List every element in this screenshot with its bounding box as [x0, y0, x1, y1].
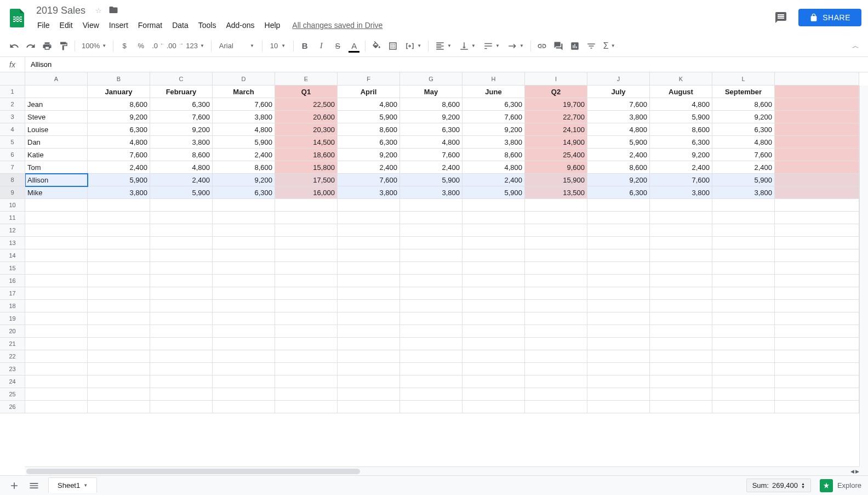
row-header[interactable]: 4: [0, 123, 25, 136]
number-format-select[interactable]: 123▼: [182, 42, 208, 50]
cell[interactable]: Allison: [25, 174, 88, 186]
cell[interactable]: [525, 262, 587, 275]
cell[interactable]: [400, 312, 462, 325]
row-header[interactable]: 24: [0, 375, 25, 388]
cell[interactable]: [400, 350, 462, 363]
cell[interactable]: [25, 375, 88, 388]
cell[interactable]: [462, 401, 525, 413]
cell[interactable]: May: [400, 86, 462, 98]
cell[interactable]: [88, 275, 150, 287]
cell[interactable]: [25, 388, 88, 401]
insert-comment-button[interactable]: [551, 38, 566, 54]
cell[interactable]: 6,300: [712, 123, 775, 136]
cell[interactable]: 9,200: [587, 174, 650, 186]
cell[interactable]: [712, 401, 775, 413]
cell[interactable]: [587, 338, 650, 350]
cell[interactable]: 9,200: [338, 149, 400, 161]
cell[interactable]: 2,400: [462, 174, 525, 186]
cell[interactable]: 5,900: [400, 174, 462, 186]
cell[interactable]: [587, 300, 650, 312]
menu-insert[interactable]: Insert: [105, 19, 133, 32]
cell[interactable]: [525, 325, 587, 338]
cell[interactable]: [650, 338, 712, 350]
cell[interactable]: [213, 212, 275, 224]
cell[interactable]: [587, 388, 650, 401]
cell[interactable]: 5,900: [650, 111, 712, 123]
cell[interactable]: [275, 350, 338, 363]
folder-icon[interactable]: [108, 5, 118, 16]
cell[interactable]: [213, 199, 275, 212]
cell[interactable]: 6,300: [88, 123, 150, 136]
cell[interactable]: [712, 224, 775, 237]
cell[interactable]: [650, 224, 712, 237]
cell[interactable]: [712, 212, 775, 224]
cell[interactable]: 15,800: [275, 161, 338, 174]
cell[interactable]: January: [88, 86, 150, 98]
cell[interactable]: [650, 350, 712, 363]
cell[interactable]: [650, 325, 712, 338]
menu-addons[interactable]: Add-ons: [221, 19, 259, 32]
cell[interactable]: [650, 237, 712, 249]
cell[interactable]: 9,200: [650, 149, 712, 161]
cell[interactable]: [88, 199, 150, 212]
cell[interactable]: 6,300: [587, 186, 650, 199]
row-header[interactable]: 17: [0, 287, 25, 300]
cell[interactable]: [462, 287, 525, 300]
cell[interactable]: [650, 363, 712, 375]
row-header[interactable]: 26: [0, 401, 25, 413]
cell[interactable]: [525, 363, 587, 375]
cell[interactable]: Mike: [25, 186, 88, 199]
vertical-scrollbar[interactable]: [859, 86, 868, 466]
cell[interactable]: [587, 312, 650, 325]
cell[interactable]: [338, 388, 400, 401]
cell[interactable]: [275, 300, 338, 312]
cell[interactable]: 24,100: [525, 123, 587, 136]
cell[interactable]: [525, 312, 587, 325]
fill-color-button[interactable]: [369, 38, 384, 54]
cell[interactable]: 8,600: [150, 149, 213, 161]
cell[interactable]: [150, 287, 213, 300]
quick-sum-box[interactable]: Sum: 269,400 ▲▼: [746, 479, 811, 492]
row-header[interactable]: 15: [0, 262, 25, 275]
cell[interactable]: 8,600: [338, 123, 400, 136]
cell[interactable]: 8,600: [400, 98, 462, 111]
cell[interactable]: 9,200: [462, 123, 525, 136]
cell[interactable]: [275, 325, 338, 338]
cell[interactable]: 2,400: [400, 161, 462, 174]
row-header[interactable]: 5: [0, 136, 25, 149]
cell[interactable]: [712, 375, 775, 388]
cell[interactable]: [338, 212, 400, 224]
currency-button[interactable]: $: [117, 38, 132, 54]
cell[interactable]: [587, 350, 650, 363]
cell[interactable]: [213, 338, 275, 350]
cell[interactable]: [213, 375, 275, 388]
cell[interactable]: 5,900: [88, 174, 150, 186]
column-header[interactable]: K: [650, 72, 712, 85]
cell[interactable]: [88, 300, 150, 312]
cell[interactable]: [88, 262, 150, 275]
cell[interactable]: [462, 388, 525, 401]
undo-button[interactable]: [7, 38, 22, 54]
cell[interactable]: [213, 237, 275, 249]
cell[interactable]: [25, 287, 88, 300]
horizontal-align-button[interactable]: ▼: [432, 41, 455, 51]
cell[interactable]: [213, 249, 275, 262]
column-header[interactable]: A: [25, 72, 88, 85]
cell[interactable]: [462, 249, 525, 262]
cell[interactable]: [400, 262, 462, 275]
menu-file[interactable]: File: [33, 19, 54, 32]
cell[interactable]: 2,400: [338, 161, 400, 174]
row-header[interactable]: 16: [0, 275, 25, 287]
cell[interactable]: [88, 287, 150, 300]
cell[interactable]: [25, 237, 88, 249]
cell[interactable]: [25, 249, 88, 262]
cell[interactable]: [712, 262, 775, 275]
cell[interactable]: [525, 388, 587, 401]
cell[interactable]: 4,800: [712, 136, 775, 149]
cell[interactable]: 8,600: [88, 98, 150, 111]
cell[interactable]: [712, 363, 775, 375]
cell[interactable]: 5,900: [150, 186, 213, 199]
cell[interactable]: September: [712, 86, 775, 98]
cell[interactable]: [25, 86, 88, 98]
cell[interactable]: [338, 275, 400, 287]
